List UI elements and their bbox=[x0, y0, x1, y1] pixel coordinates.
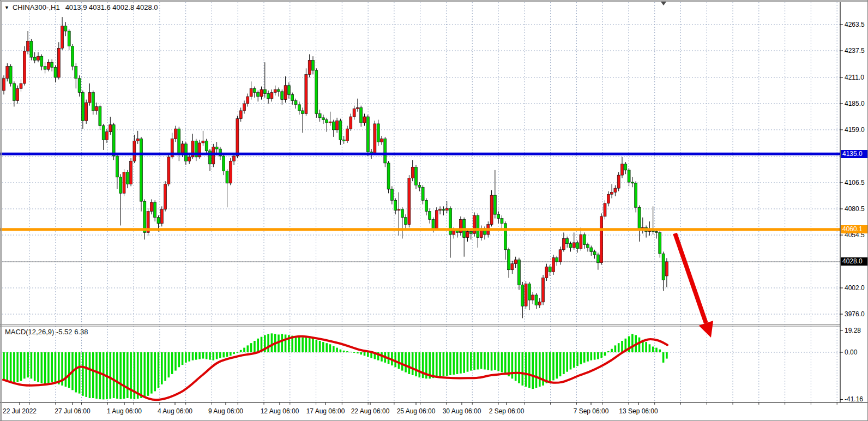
macd-histogram-bar bbox=[443, 352, 445, 376]
candle-body bbox=[353, 109, 355, 117]
candle-body bbox=[596, 255, 599, 263]
candle-body bbox=[126, 172, 129, 184]
macd-histogram-bar bbox=[216, 352, 218, 359]
macd-histogram-bar bbox=[618, 343, 620, 352]
candle-body bbox=[662, 254, 665, 280]
candle-body bbox=[497, 214, 500, 218]
time-axis-label: 13 Sep 06:00 bbox=[619, 407, 658, 415]
candle-body bbox=[617, 175, 620, 188]
candle-body bbox=[542, 278, 545, 302]
macd-histogram-bar bbox=[7, 352, 9, 381]
chart-plot-area[interactable] bbox=[2, 2, 840, 402]
macd-histogram-bar bbox=[34, 352, 36, 381]
candle-body bbox=[439, 209, 442, 211]
candle-body bbox=[621, 164, 624, 175]
candle-body bbox=[178, 129, 180, 154]
candle-body bbox=[655, 232, 658, 233]
candle-body bbox=[556, 258, 558, 262]
macd-histogram-bar bbox=[398, 352, 400, 369]
candle-body bbox=[205, 141, 208, 151]
macd-histogram-bar bbox=[655, 348, 658, 352]
candle-body bbox=[432, 219, 435, 228]
time-axis-label: 7 Sep 06:00 bbox=[574, 407, 609, 415]
candle-body bbox=[30, 41, 33, 57]
candle-body bbox=[68, 31, 70, 46]
candle-body bbox=[239, 111, 242, 119]
candle-body bbox=[188, 157, 191, 161]
candle-body bbox=[366, 117, 369, 152]
macd-histogram-bar bbox=[336, 348, 338, 352]
candle-body bbox=[576, 243, 579, 249]
candle-body bbox=[425, 200, 427, 211]
macd-histogram-bar bbox=[631, 334, 634, 352]
macd-histogram-bar bbox=[309, 338, 311, 352]
price-axis[interactable] bbox=[840, 2, 868, 402]
candle-body bbox=[6, 67, 9, 79]
candle-body bbox=[267, 94, 270, 99]
macd-histogram-bar bbox=[140, 352, 142, 398]
macd-histogram-bar bbox=[178, 352, 180, 367]
candle-body bbox=[291, 94, 294, 100]
macd-histogram-bar bbox=[75, 352, 77, 393]
candle-body bbox=[102, 126, 105, 140]
macd-axis-label: -41.16 bbox=[845, 395, 863, 403]
candle-body bbox=[133, 141, 136, 161]
candle-body bbox=[600, 216, 603, 263]
price-axis-label: 4106.5 bbox=[845, 179, 865, 187]
macd-indicator-label: MACD(12,26,9) -5.52 6.38 bbox=[5, 328, 88, 336]
macd-histogram-bar bbox=[285, 334, 287, 352]
current-price-tag: 4028.0 bbox=[841, 257, 868, 266]
candle-body bbox=[246, 97, 249, 104]
macd-histogram-bar bbox=[13, 352, 15, 383]
candle-body bbox=[37, 56, 40, 60]
macd-histogram-bar bbox=[295, 336, 297, 352]
macd-histogram-bar bbox=[79, 352, 81, 394]
candle-body bbox=[339, 121, 342, 140]
time-axis-label: 12 Aug 06:00 bbox=[261, 407, 299, 415]
candle-body bbox=[535, 295, 538, 305]
macd-histogram-bar bbox=[198, 352, 201, 359]
macd-histogram-bar bbox=[113, 352, 115, 398]
macd-histogram-bar bbox=[552, 352, 554, 380]
collapse-ohlc-icon[interactable]: ▼ bbox=[4, 5, 9, 10]
macd-histogram-bar bbox=[20, 352, 22, 381]
macd-histogram-bar bbox=[271, 333, 273, 352]
macd-histogram-bar bbox=[116, 352, 118, 399]
candle-body bbox=[532, 295, 534, 300]
candle-body bbox=[150, 202, 153, 212]
candle-body bbox=[318, 113, 321, 117]
candle-body bbox=[164, 184, 167, 209]
candle-body bbox=[453, 231, 455, 234]
macd-histogram-bar bbox=[559, 352, 562, 376]
candle-body bbox=[477, 215, 479, 238]
candle-body bbox=[587, 245, 589, 248]
candle-body bbox=[243, 104, 246, 111]
candle-body bbox=[95, 107, 98, 111]
macd-histogram-bar bbox=[511, 352, 514, 378]
candle-body bbox=[116, 156, 118, 177]
candle-body bbox=[27, 41, 29, 51]
macd-histogram-bar bbox=[666, 352, 668, 359]
symbol-timeframe-label: CHINA300-,H1 bbox=[13, 3, 60, 11]
macd-histogram-bar bbox=[343, 351, 345, 352]
macd-histogram-bar bbox=[659, 350, 661, 352]
candle-body bbox=[326, 120, 328, 123]
macd-histogram-bar bbox=[460, 352, 462, 374]
candle-body bbox=[143, 201, 146, 232]
macd-histogram-bar bbox=[566, 352, 568, 372]
macd-histogram-bar bbox=[267, 334, 269, 352]
candle-body bbox=[418, 185, 421, 188]
macd-histogram-bar bbox=[144, 352, 146, 397]
candle-body bbox=[638, 207, 641, 230]
time-axis-label: 1 Aug 06:00 bbox=[107, 407, 142, 415]
candle-body bbox=[508, 250, 510, 270]
macd-histogram-bar bbox=[346, 351, 348, 352]
macd-histogram-bar bbox=[326, 343, 328, 352]
macd-histogram-bar bbox=[494, 352, 496, 370]
macd-histogram-bar bbox=[432, 352, 435, 378]
chart-shift-marker[interactable] bbox=[661, 2, 666, 5]
macd-histogram-bar bbox=[360, 352, 362, 354]
candle-body bbox=[274, 89, 276, 93]
time-axis-label: 17 Aug 06:00 bbox=[306, 407, 345, 415]
candle-body bbox=[270, 93, 273, 99]
